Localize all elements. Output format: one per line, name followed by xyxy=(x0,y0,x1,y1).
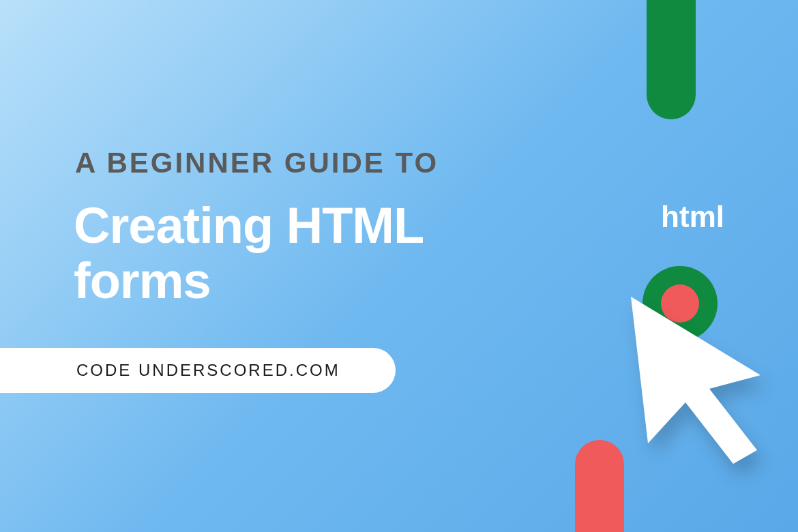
decorative-green-bar xyxy=(647,0,696,119)
main-title: Creating HTML forms xyxy=(74,198,424,309)
title-line-1: Creating HTML xyxy=(74,197,424,254)
title-line-2: forms xyxy=(74,252,211,309)
cursor-arrow-icon xyxy=(604,276,795,467)
source-text: CODE UNDERSCORED.COM xyxy=(76,361,340,380)
blog-hero-graphic: A BEGINNER GUIDE TO Creating HTML forms … xyxy=(0,0,798,532)
pretitle-text: A BEGINNER GUIDE TO xyxy=(75,147,439,179)
html-label: html xyxy=(661,200,724,234)
source-pill: CODE UNDERSCORED.COM xyxy=(0,348,396,393)
